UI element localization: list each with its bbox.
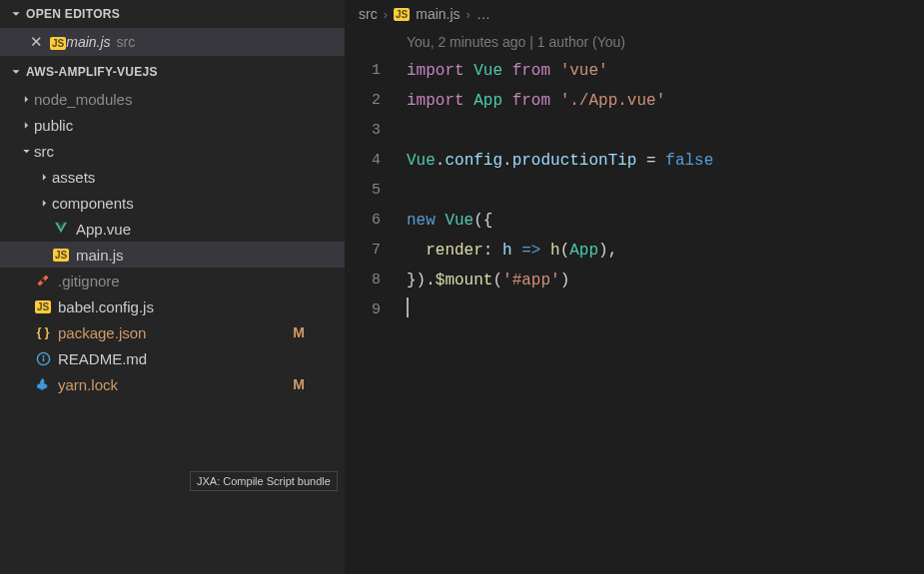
- code-line[interactable]: [407, 176, 924, 206]
- breadcrumb-part[interactable]: main.js: [416, 6, 460, 22]
- line-number: 5: [345, 176, 403, 206]
- code-token: render: [426, 242, 483, 260]
- js-file-icon: JS: [394, 8, 410, 21]
- code-token: 'vue': [560, 62, 608, 80]
- code-token: '#app': [502, 272, 560, 289]
- twist-spacer: [36, 247, 52, 263]
- scm-badge: M: [293, 376, 305, 392]
- chevron-right-icon: ›: [384, 7, 388, 22]
- twist-spacer: [18, 273, 34, 288]
- yarn-file-icon: [34, 375, 52, 393]
- code-line[interactable]: new Vue({: [407, 206, 924, 236]
- tree-file[interactable]: { }package.jsonM: [0, 319, 345, 345]
- tree-folder[interactable]: node_modules: [0, 86, 345, 112]
- code-token: './App.vue': [560, 92, 666, 110]
- tree-item-label: main.js: [76, 247, 124, 264]
- code-line[interactable]: [407, 116, 924, 146]
- line-number: 8: [345, 266, 403, 295]
- tree-file[interactable]: JSbabel.config.js: [0, 293, 345, 319]
- tree-file[interactable]: README.md: [0, 345, 345, 371]
- close-icon[interactable]: ✕: [28, 34, 44, 50]
- tree-file[interactable]: App.vue: [0, 216, 345, 242]
- code-token: :: [483, 242, 502, 260]
- code-token: [512, 242, 522, 260]
- chevron-right-icon: [18, 91, 34, 107]
- line-number: 9: [345, 295, 403, 325]
- code-line[interactable]: render: h => h(App),: [407, 236, 924, 266]
- svg-point-2: [42, 354, 44, 356]
- code-token: [540, 242, 550, 260]
- code-token: import: [407, 92, 473, 110]
- code-token: .: [436, 152, 446, 170]
- tree-item-label: public: [34, 117, 73, 134]
- code-token: [407, 242, 426, 260]
- code-line[interactable]: import Vue from 'vue': [407, 56, 924, 86]
- vue-file-icon: [52, 220, 70, 238]
- chevron-right-icon: [36, 169, 52, 185]
- chevron-right-icon: [18, 117, 34, 133]
- code-token: App: [569, 242, 598, 260]
- js-file-icon: JS: [50, 34, 66, 50]
- scm-badge: M: [293, 324, 305, 340]
- codelens[interactable]: You, 2 minutes ago | 1 author (You): [407, 28, 924, 56]
- git-file-icon: [34, 272, 52, 289]
- chevron-right-icon: ›: [466, 7, 470, 22]
- js-file-icon: JS: [34, 297, 52, 315]
- explorer-title: AWS-AMPLIFY-VUEJS: [26, 65, 158, 79]
- tree-item-label: package.json: [58, 324, 146, 341]
- chevron-down-icon: [8, 6, 24, 22]
- code-line[interactable]: [407, 295, 924, 325]
- open-editors-header[interactable]: OPEN EDITORS: [0, 0, 345, 28]
- code-token: productionTip: [512, 152, 637, 170]
- code-token: $mount: [436, 272, 493, 289]
- breadcrumbs[interactable]: src › JS main.js › …: [345, 0, 924, 28]
- tree-folder[interactable]: assets: [0, 164, 345, 190]
- file-tree: node_modulespublicsrcassetscomponentsApp…: [0, 86, 345, 574]
- editor-pane: src › JS main.js › … 123456789 You, 2 mi…: [345, 0, 924, 574]
- code-token: h: [502, 242, 512, 260]
- svg-point-0: [41, 279, 45, 283]
- open-editor-item[interactable]: ✕ JS main.js src: [0, 28, 345, 56]
- code-line[interactable]: }).$mount('#app'): [407, 266, 924, 295]
- tree-item-label: node_modules: [34, 91, 132, 108]
- breadcrumb-trailing[interactable]: …: [476, 6, 490, 22]
- tree-file[interactable]: JSmain.js: [0, 242, 345, 268]
- code-token: ({: [473, 212, 492, 230]
- info-file-icon: [34, 349, 52, 367]
- line-number-gutter: 123456789: [345, 28, 403, 574]
- code-token: new: [407, 212, 445, 230]
- open-editor-dir: src: [117, 34, 136, 50]
- twist-spacer: [36, 221, 52, 237]
- code-token: }).: [407, 272, 436, 289]
- twist-spacer: [18, 298, 34, 314]
- json-file-icon: { }: [34, 323, 52, 341]
- code-token: [502, 62, 512, 80]
- line-number: 7: [345, 236, 403, 266]
- tree-item-label: README.md: [58, 350, 147, 367]
- line-number: 1: [345, 56, 403, 86]
- explorer-header[interactable]: AWS-AMPLIFY-VUEJS: [0, 58, 345, 86]
- breadcrumb-part[interactable]: src: [359, 6, 378, 22]
- tree-item-label: components: [52, 195, 134, 212]
- code-content[interactable]: You, 2 minutes ago | 1 author (You) impo…: [403, 28, 924, 574]
- tree-folder[interactable]: src: [0, 138, 345, 164]
- code-area[interactable]: 123456789 You, 2 minutes ago | 1 author …: [345, 28, 924, 574]
- tree-file[interactable]: yarn.lockM: [0, 371, 345, 397]
- code-token: false: [665, 152, 713, 170]
- line-number: 4: [345, 146, 403, 176]
- tree-folder[interactable]: components: [0, 190, 345, 216]
- code-token: App: [473, 92, 502, 110]
- tree-folder[interactable]: public: [0, 112, 345, 138]
- code-line[interactable]: import App from './App.vue': [407, 86, 924, 116]
- sidebar: OPEN EDITORS ✕ JS main.js src AWS-AMPLIF…: [0, 0, 345, 574]
- code-token: config: [445, 152, 502, 170]
- tree-item-label: src: [34, 143, 54, 160]
- tree-item-label: App.vue: [76, 221, 131, 238]
- tree-item-label: .gitignore: [58, 273, 120, 289]
- tree-file[interactable]: .gitignore: [0, 268, 345, 293]
- line-number: 6: [345, 206, 403, 236]
- twist-spacer: [18, 324, 34, 340]
- code-line[interactable]: Vue.config.productionTip = false: [407, 146, 924, 176]
- code-token: Vue: [407, 152, 436, 170]
- open-editors-title: OPEN EDITORS: [26, 7, 120, 21]
